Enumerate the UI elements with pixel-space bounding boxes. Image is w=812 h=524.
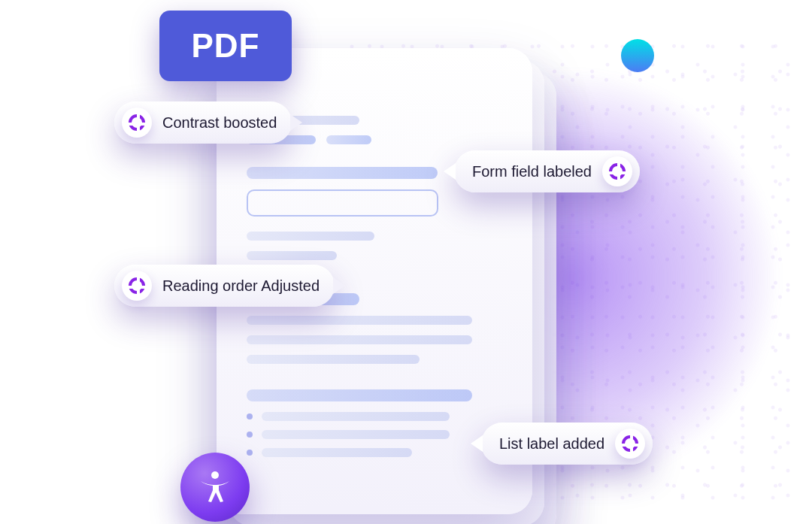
target-icon bbox=[122, 271, 152, 301]
accessibility-person-icon bbox=[196, 468, 234, 506]
annotation-label: Reading order Adjusted bbox=[162, 277, 320, 295]
accessibility-badge bbox=[180, 453, 250, 522]
bulleted-list bbox=[247, 412, 502, 457]
annotation-label: Contrast boosted bbox=[162, 114, 277, 132]
annotation-contrast-boosted: Contrast boosted bbox=[114, 101, 292, 144]
teal-circle bbox=[621, 39, 654, 72]
annotation-label: Form field labeled bbox=[472, 163, 592, 180]
target-icon bbox=[615, 429, 645, 459]
target-icon bbox=[602, 156, 632, 186]
annotation-form-field: Form field labeled bbox=[454, 150, 640, 192]
pdf-badge-label: PDF bbox=[192, 27, 260, 65]
target-icon bbox=[122, 108, 152, 138]
annotation-list-label: List label added bbox=[481, 423, 653, 465]
annotation-reading-order: Reading order Adjusted bbox=[114, 265, 335, 307]
svg-point-0 bbox=[211, 471, 219, 479]
form-input-placeholder bbox=[247, 189, 438, 217]
pdf-badge: PDF bbox=[159, 11, 292, 81]
annotation-label: List label added bbox=[499, 435, 604, 453]
